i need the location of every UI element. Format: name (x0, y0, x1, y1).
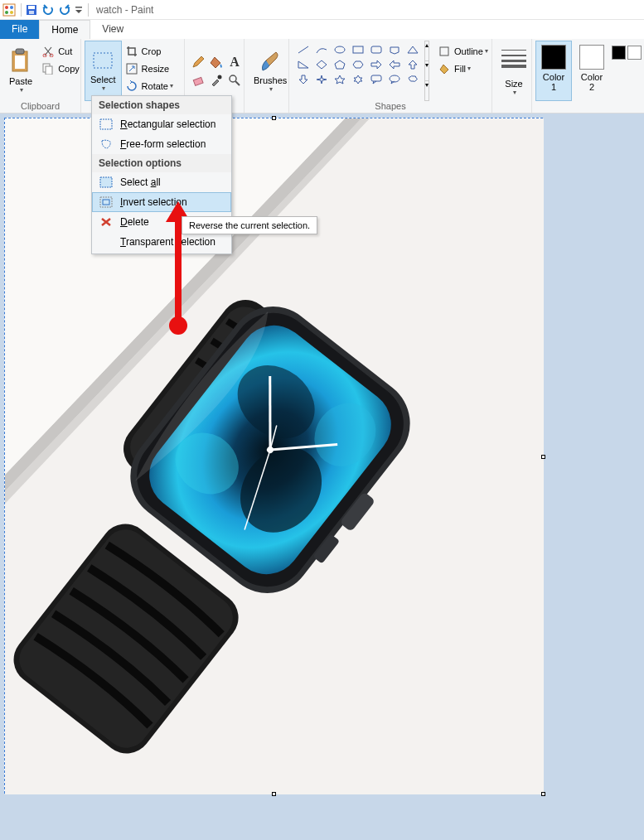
brushes-label: Brushes (254, 75, 287, 85)
resize-handle-bottom[interactable] (272, 792, 276, 796)
resize-handle-top[interactable] (272, 116, 276, 120)
resize-button[interactable]: Resize (122, 60, 177, 77)
save-icon[interactable] (24, 2, 39, 17)
svg-rect-8 (75, 7, 82, 8)
svg-rect-50 (103, 200, 109, 205)
shape-arrow-down[interactable] (294, 72, 312, 86)
window-title: watch - Paint (96, 4, 153, 16)
undo-icon[interactable] (41, 2, 56, 17)
menu-rectangular-selection[interactable]: Rectangular selection (92, 114, 231, 134)
rotate-button[interactable]: Rotate▾ (122, 77, 177, 94)
resize-handle-br[interactable] (541, 792, 545, 796)
cut-icon (41, 45, 55, 58)
menu-invert-selection[interactable]: Invert selection (92, 192, 231, 212)
paste-button[interactable]: Paste ▾ (3, 41, 38, 101)
text-tool[interactable]: A (226, 54, 243, 70)
menu-freeform-selection[interactable]: Free-form selection (92, 134, 231, 154)
group-label-size (496, 101, 528, 113)
resize-handle-right[interactable] (541, 455, 545, 459)
crop-icon (125, 45, 138, 58)
size-icon (501, 46, 526, 77)
svg-rect-24 (371, 75, 381, 81)
tab-home[interactable]: Home (39, 20, 90, 39)
freeform-select-icon (97, 137, 115, 152)
shape-callout-oval[interactable] (385, 72, 403, 86)
qat-customize-icon[interactable] (74, 2, 84, 17)
shape-polygon[interactable] (385, 42, 403, 56)
picker-tool[interactable] (208, 72, 225, 89)
group-colors: Color 1 Color 2 (532, 39, 632, 113)
palette-white[interactable] (627, 46, 642, 60)
shape-line[interactable] (294, 42, 312, 56)
shapes-scroll[interactable]: ▴ ▾ ▾ (424, 41, 429, 101)
outline-button[interactable]: Outline▾ (434, 42, 491, 60)
chevron-down-icon: ▾ (485, 47, 488, 55)
invert-selection-icon (97, 195, 115, 210)
shape-triangle[interactable] (404, 42, 421, 56)
menu-label: Invert selection (120, 196, 187, 208)
color1-button[interactable]: Color 1 (535, 41, 572, 101)
menu-label: Transparent selection (120, 236, 215, 248)
shape-oval[interactable] (331, 42, 348, 56)
eraser-tool[interactable] (190, 72, 206, 89)
shape-curve[interactable] (312, 42, 330, 56)
shape-arrow-left[interactable] (385, 57, 403, 71)
fill-icon (438, 62, 451, 75)
brushes-button[interactable]: Brushes ▾ (248, 41, 293, 101)
tab-view[interactable]: View (90, 20, 135, 39)
fill-tool[interactable] (208, 54, 225, 70)
tab-file[interactable]: File (0, 20, 39, 39)
magnifier-tool[interactable] (226, 72, 243, 89)
svg-rect-16 (94, 53, 112, 68)
menu-select-all[interactable]: Select all (92, 172, 231, 192)
cut-label: Cut (58, 46, 72, 56)
shape-pentagon[interactable] (331, 57, 348, 71)
svg-rect-18 (193, 77, 203, 85)
group-brushes: Brushes ▾ (245, 39, 289, 113)
copy-icon (41, 62, 55, 75)
shape-6star[interactable] (349, 72, 366, 86)
shape-callout-rect[interactable] (367, 72, 385, 86)
group-shapes: ▴ ▾ ▾ Outline▾ Fill▾ Shapes (289, 39, 492, 113)
select-icon (90, 50, 115, 73)
pencil-tool[interactable] (190, 54, 206, 70)
rect-select-icon (97, 117, 115, 132)
shape-arrow-right[interactable] (367, 57, 385, 71)
group-label-colors (535, 101, 628, 113)
group-label-shapes: Shapes (293, 101, 488, 113)
menu-transparent-selection[interactable]: Transparent selection (92, 232, 231, 252)
shape-hexagon[interactable] (349, 57, 366, 71)
select-button[interactable]: Select ▾ (85, 41, 122, 101)
crop-button[interactable]: Crop (122, 42, 177, 60)
svg-rect-22 (353, 46, 363, 53)
fill-button[interactable]: Fill▾ (434, 60, 491, 77)
menu-label: Select all (120, 176, 161, 188)
shape-callout-cloud[interactable] (404, 72, 421, 86)
rotate-label: Rotate (142, 81, 168, 91)
cut-button[interactable]: Cut (38, 42, 83, 60)
svg-point-4 (10, 11, 13, 14)
rotate-icon (125, 80, 138, 93)
separator (21, 3, 22, 17)
svg-point-21 (335, 46, 345, 53)
svg-rect-10 (16, 49, 24, 54)
color2-button[interactable]: Color 2 (574, 41, 610, 101)
fill-label: Fill (454, 64, 466, 74)
chevron-down-icon: ▾ (467, 65, 471, 72)
color2-swatch (579, 45, 604, 70)
size-button[interactable]: Size ▾ (496, 41, 532, 101)
svg-point-20 (230, 75, 236, 82)
copy-button[interactable]: Copy (38, 60, 83, 77)
palette-black[interactable] (612, 46, 626, 60)
group-label-clipboard: Clipboard (3, 101, 77, 113)
shape-arrow-up[interactable] (404, 57, 421, 71)
shape-diamond[interactable] (312, 57, 330, 71)
shape-roundrect[interactable] (367, 42, 385, 56)
shapes-gallery[interactable] (293, 41, 423, 101)
shape-5star[interactable] (331, 72, 348, 86)
shape-rect[interactable] (349, 42, 366, 56)
shape-rtriangle[interactable] (294, 57, 312, 71)
svg-rect-23 (371, 46, 381, 53)
shape-4star[interactable] (312, 72, 330, 86)
redo-icon[interactable] (57, 2, 72, 17)
